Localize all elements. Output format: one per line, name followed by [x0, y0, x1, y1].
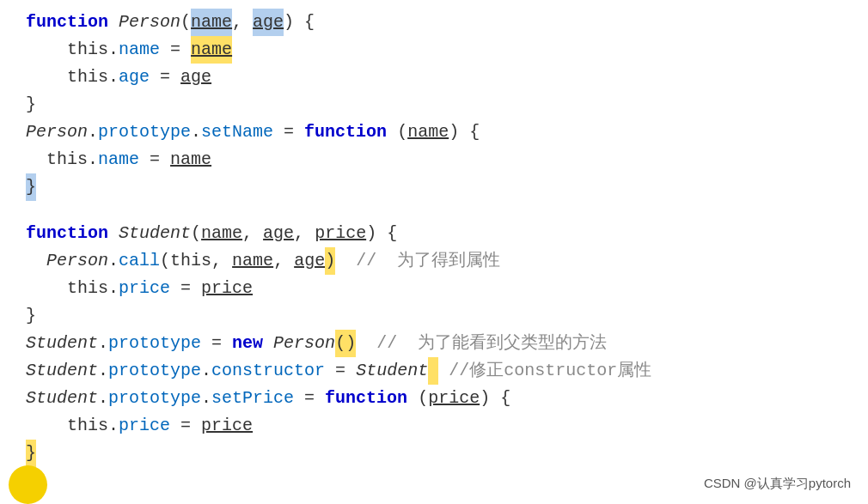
param-age-3: age	[294, 247, 325, 275]
code-line-8: function Student(name, age, price) {	[26, 220, 842, 247]
code-line-14: Student.prototype.setPrice = function (p…	[26, 385, 842, 412]
keyword-function-1: function	[26, 9, 108, 36]
param-price: price	[315, 220, 366, 247]
param-age-2: age	[263, 220, 294, 247]
param-name-3: name	[201, 220, 242, 247]
param-name-4: name	[232, 247, 273, 275]
var-name-1: name	[191, 36, 232, 64]
keyword-function-3: function	[26, 220, 108, 247]
code-line-13: Student.prototype.constructor = Student …	[26, 357, 842, 385]
method-setprice: setPrice	[211, 385, 294, 412]
code-line-9: Person.call(this, name, age) // 为了得到属性	[26, 247, 842, 275]
param-name-1: name	[191, 9, 232, 36]
var-name-2: name	[170, 146, 211, 173]
param-name-2: name	[407, 118, 449, 146]
var-price-1: price	[201, 275, 253, 302]
code-line-12: Student.prototype = new Person() // 为了能看…	[26, 330, 842, 357]
code-line-15: this.price = price	[26, 412, 842, 440]
code-line-5: Person.prototype.setName = function (nam…	[26, 118, 842, 146]
prop-name-1: name	[119, 36, 160, 64]
code-line-3: this.age = age	[26, 64, 842, 91]
code-line-10: this.price = price	[26, 275, 842, 302]
code-line-4: }	[26, 91, 842, 118]
watermark: CSDN @认真学习pytorch	[704, 473, 851, 494]
code-line-1: function Person ( name , age ) {	[26, 9, 842, 36]
empty-line-1	[26, 201, 842, 220]
code-block: function Person ( name , age ) { this.na…	[0, 0, 868, 476]
identifier-person-2: Person	[26, 118, 88, 146]
param-price-2: price	[428, 385, 480, 412]
keyword-function-2: function	[304, 118, 387, 146]
code-line-7: }	[26, 173, 842, 201]
identifier-student: Student	[119, 220, 191, 247]
code-line-16: }	[26, 440, 842, 467]
var-age-1: age	[180, 64, 211, 91]
keyword-function-4: function	[325, 385, 407, 412]
param-age-1: age	[253, 9, 284, 36]
identifier-person: Person	[119, 9, 180, 36]
code-line-11: }	[26, 302, 842, 330]
code-line-2: this.name = name	[26, 36, 842, 64]
prop-age-1: age	[119, 64, 150, 91]
var-price-2: price	[201, 412, 253, 440]
code-line-6: this.name = name	[26, 146, 842, 173]
method-setname: setName	[201, 118, 273, 146]
yellow-circle-decoration	[9, 465, 47, 504]
